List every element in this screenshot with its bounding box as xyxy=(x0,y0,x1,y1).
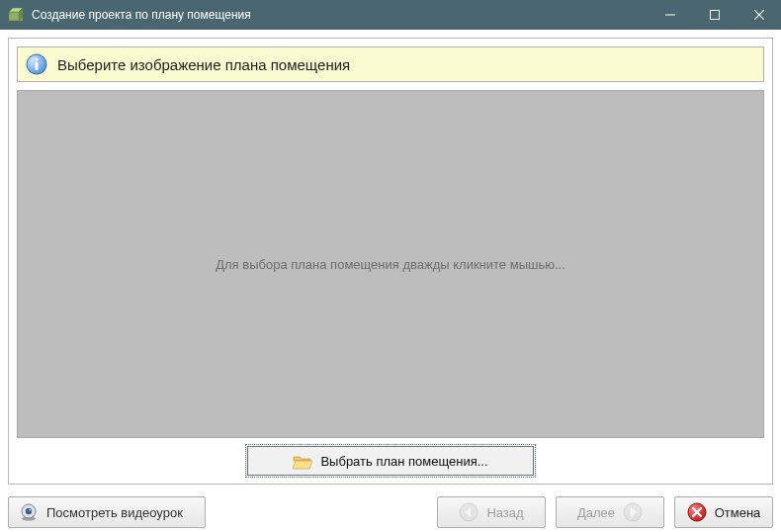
watch-video-button[interactable]: Посмотреть видеоурок xyxy=(8,496,206,528)
info-banner-text: Выберите изображение плана помещения xyxy=(57,56,350,73)
svg-rect-9 xyxy=(36,62,39,70)
svg-point-12 xyxy=(26,508,32,514)
window-controls xyxy=(648,0,781,30)
wizard-panel: Выберите изображение плана помещения Для… xyxy=(8,38,773,485)
maximize-button[interactable] xyxy=(692,0,737,30)
cancel-button-label: Отмена xyxy=(715,505,761,520)
cancel-icon xyxy=(687,502,707,522)
back-button[interactable]: Назад xyxy=(437,496,546,528)
cancel-button[interactable]: Отмена xyxy=(674,496,773,528)
next-button[interactable]: Далее xyxy=(556,496,664,528)
svg-rect-4 xyxy=(710,11,719,20)
svg-point-8 xyxy=(35,57,38,60)
svg-point-13 xyxy=(29,509,31,511)
folder-open-icon xyxy=(293,454,310,468)
arrow-left-icon xyxy=(459,502,478,522)
select-plan-button[interactable]: Выбрать план помещения... xyxy=(247,446,534,476)
select-plan-button-label: Выбрать план помещения... xyxy=(320,454,487,469)
back-button-label: Назад xyxy=(486,505,523,520)
titlebar: Создание проекта по плану помещения xyxy=(0,0,781,30)
next-button-label: Далее xyxy=(577,505,615,520)
plan-preview-area[interactable]: Для выбора плана помещения дважды кликни… xyxy=(17,90,764,438)
webcam-icon xyxy=(19,502,39,522)
minimize-button[interactable] xyxy=(648,0,692,30)
app-icon xyxy=(8,7,24,23)
info-icon xyxy=(26,53,47,75)
window-title: Создание проекта по плану помещения xyxy=(32,0,648,30)
wizard-button-bar: Посмотреть видеоурок Назад Далее xyxy=(0,492,781,532)
content-area: Выберите изображение плана помещения Для… xyxy=(0,30,781,492)
arrow-right-icon xyxy=(623,502,643,522)
close-button[interactable] xyxy=(737,0,781,30)
select-plan-row: Выбрать план помещения... xyxy=(17,446,764,476)
preview-placeholder-text: Для выбора плана помещения дважды кликни… xyxy=(216,257,565,272)
watch-video-button-label: Посмотреть видеоурок xyxy=(46,505,183,520)
info-banner: Выберите изображение плана помещения xyxy=(17,46,764,82)
